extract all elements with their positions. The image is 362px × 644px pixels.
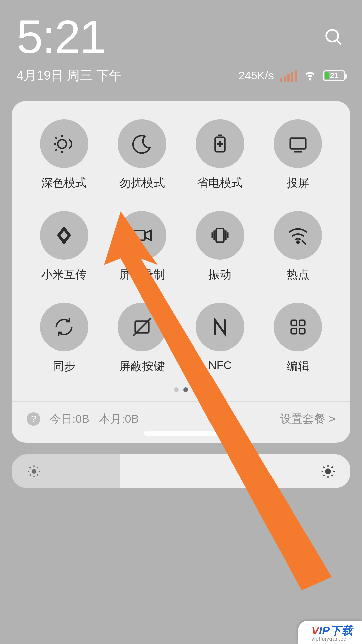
hotspot-icon [274, 211, 322, 260]
set-plan-link[interactable]: 设置套餐 > [280, 411, 335, 427]
tile-vibrate[interactable]: 振动 [181, 211, 259, 282]
block-keys-icon [118, 303, 166, 351]
sync-icon [40, 303, 88, 351]
tile-block-keys[interactable]: 屏蔽按键 [103, 303, 181, 374]
svg-rect-26 [291, 328, 296, 334]
status-date: 4月19日 周三 下午 [17, 67, 122, 84]
svg-line-34 [37, 475, 38, 476]
cellular-signal-icon [280, 70, 297, 82]
home-indicator[interactable] [144, 431, 218, 436]
svg-point-20 [297, 241, 299, 243]
svg-point-28 [32, 469, 36, 474]
tile-label: 小米互传 [41, 267, 87, 282]
status-icons: 245K/s 21 [238, 67, 345, 84]
status-area: 5:21 4月19日 周三 下午 245K/s 21 [0, 0, 362, 91]
battery-plus-icon [196, 119, 244, 168]
brightness-low-icon [27, 464, 41, 478]
tile-label: 屏幕录制 [119, 267, 165, 282]
svg-line-35 [30, 475, 31, 476]
svg-rect-25 [299, 320, 305, 325]
edit-grid-icon [274, 303, 322, 351]
tile-label: NFC [208, 359, 232, 372]
tile-label: 投屏 [287, 175, 309, 191]
vibrate-icon [196, 211, 244, 260]
wifi-icon [303, 67, 317, 84]
cast-icon [274, 119, 322, 168]
svg-line-42 [323, 467, 325, 468]
svg-line-43 [332, 475, 333, 476]
clock-time: 5:21 [17, 13, 345, 60]
svg-rect-12 [290, 138, 306, 149]
screen-record-icon [118, 211, 166, 260]
tile-nfc[interactable]: NFC [181, 303, 259, 374]
tile-dnd[interactable]: 勿扰模式 [103, 119, 181, 191]
nfc-icon [196, 303, 244, 351]
svg-line-5 [55, 137, 57, 138]
svg-line-6 [55, 149, 57, 151]
svg-line-44 [323, 475, 325, 476]
tile-sync[interactable]: 同步 [25, 303, 103, 374]
search-button[interactable] [323, 27, 344, 48]
svg-line-36 [37, 467, 38, 468]
page-dot-active [183, 387, 188, 392]
tile-label: 省电模式 [197, 175, 243, 191]
tile-battery-saver[interactable]: 省电模式 [181, 119, 259, 191]
svg-point-37 [325, 468, 331, 474]
tile-cast[interactable]: 投屏 [259, 119, 337, 191]
tile-dark-mode[interactable]: 深色模式 [25, 119, 103, 191]
svg-rect-14 [133, 230, 145, 240]
svg-rect-24 [291, 320, 296, 325]
tile-label: 勿扰模式 [119, 175, 165, 191]
tile-label: 振动 [208, 267, 231, 282]
tile-label: 深色模式 [41, 175, 87, 191]
tile-edit[interactable]: 编辑 [259, 303, 337, 374]
svg-point-0 [326, 30, 338, 42]
moon-icon [118, 119, 166, 168]
net-speed: 245K/s [238, 69, 274, 82]
svg-line-21 [302, 240, 306, 244]
dark-mode-icon [40, 119, 88, 168]
usage-month: 本月:0B [99, 411, 139, 427]
tile-label: 屏蔽按键 [119, 359, 165, 374]
svg-rect-15 [216, 228, 224, 242]
quick-settings-grid: 深色模式 勿扰模式 省电模式 投屏 小米互传 [25, 119, 337, 374]
tile-hotspot[interactable]: 热点 [259, 211, 337, 282]
tile-mi-share[interactable]: 小米互传 [25, 211, 103, 282]
brightness-slider[interactable] [12, 454, 350, 488]
svg-point-2 [58, 139, 66, 148]
page-indicator [25, 387, 337, 392]
svg-line-45 [332, 467, 333, 468]
tile-label: 同步 [53, 359, 75, 374]
battery-icon: 21 [323, 70, 345, 81]
svg-rect-27 [299, 328, 305, 334]
watermark: VIP下载 viphuiyuan.cc [298, 621, 362, 644]
svg-line-1 [337, 40, 341, 45]
help-icon: ? [27, 412, 40, 426]
mi-share-icon [40, 211, 88, 260]
battery-pct: 21 [324, 71, 344, 80]
tile-label: 热点 [287, 267, 309, 282]
watermark-url: viphuiyuan.cc [311, 636, 346, 642]
usage-today: 今日:0B [50, 411, 89, 427]
svg-line-33 [30, 467, 31, 468]
brightness-high-icon [321, 464, 335, 478]
tile-screen-record[interactable]: 屏幕录制 [103, 211, 181, 282]
tile-label: 编辑 [287, 359, 309, 374]
quick-settings-panel: 深色模式 勿扰模式 省电模式 投屏 小米互传 [12, 101, 350, 443]
page-dot [174, 387, 179, 392]
